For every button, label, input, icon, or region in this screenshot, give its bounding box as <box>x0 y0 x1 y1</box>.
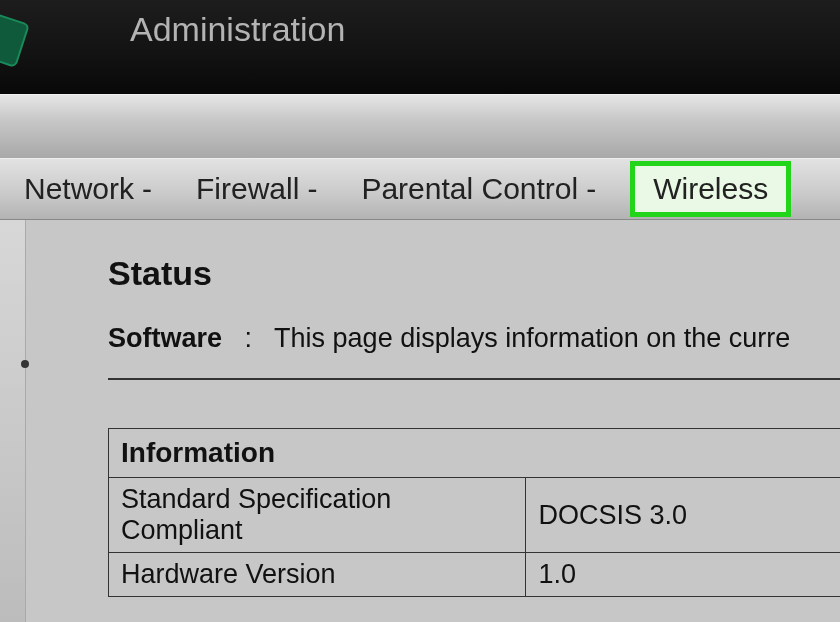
info-key: Hardware Version <box>109 553 526 597</box>
info-value: DOCSIS 3.0 <box>526 478 840 553</box>
sidebar-fragment <box>0 220 26 622</box>
page-title: Status <box>108 254 840 293</box>
info-value: 1.0 <box>526 553 840 597</box>
top-header: Administration <box>0 0 840 94</box>
info-table-header: Information <box>109 429 841 478</box>
nav-label: Wireless <box>653 172 768 206</box>
header-title: Administration <box>30 10 345 49</box>
logo-icon <box>0 14 30 68</box>
status-subtitle: Software : This page displays informatio… <box>108 323 840 354</box>
table-row: Standard Specification Compliant DOCSIS … <box>109 478 841 553</box>
nav-label: Network <box>24 172 134 206</box>
info-key: Standard Specification Compliant <box>109 478 526 553</box>
dropdown-indicator-icon: - <box>586 172 596 206</box>
nav-item-firewall[interactable]: Firewall - <box>186 166 327 212</box>
main-nav: Network - Firewall - Parental Control - … <box>0 158 840 220</box>
subtitle-colon: : <box>230 323 268 353</box>
subtitle-label: Software <box>108 323 222 353</box>
dropdown-indicator-icon: - <box>142 172 152 206</box>
header-spacer <box>0 94 840 158</box>
nav-item-parental-control[interactable]: Parental Control - <box>351 166 606 212</box>
nav-label: Parental Control <box>361 172 578 206</box>
nav-label: Firewall <box>196 172 299 206</box>
nav-item-network[interactable]: Network - <box>14 166 162 212</box>
main-content: Status Software : This page displays inf… <box>26 220 840 622</box>
table-row: Hardware Version 1.0 <box>109 553 841 597</box>
divider <box>108 378 840 380</box>
nav-item-wireless[interactable]: Wireless <box>630 161 791 217</box>
info-table: Information Standard Specification Compl… <box>108 428 840 597</box>
subtitle-desc: This page displays information on the cu… <box>274 323 790 353</box>
dropdown-indicator-icon: - <box>307 172 317 206</box>
